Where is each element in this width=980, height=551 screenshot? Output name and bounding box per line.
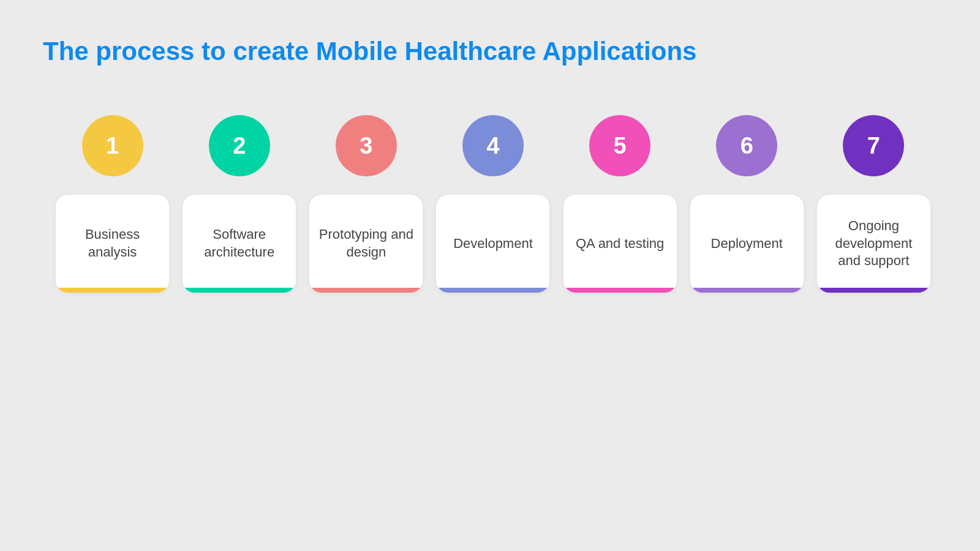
step-label-4: Development: [447, 229, 539, 259]
process-container: 1234567 Business analysisSoftware archit…: [43, 115, 937, 293]
card-wrapper-1: Business analysis: [49, 195, 176, 293]
step-circle-7: 7: [843, 115, 904, 176]
step-card-5: QA and testing: [564, 195, 677, 293]
page: The process to create Mobile Healthcare …: [0, 0, 980, 551]
circle-wrapper-3: 3: [303, 115, 429, 176]
step-label-2: Software architecture: [183, 220, 296, 267]
step-circle-3: 3: [336, 115, 397, 176]
step-card-7: Ongoing development and support: [817, 195, 930, 293]
card-wrapper-2: Software architecture: [176, 195, 303, 293]
circle-wrapper-6: 6: [684, 115, 810, 176]
step-label-3: Prototyping and design: [309, 220, 423, 267]
circle-wrapper-5: 5: [557, 115, 684, 176]
step-bar-4: [436, 288, 549, 293]
step-card-4: Development: [436, 195, 549, 293]
step-card-2: Software architecture: [183, 195, 296, 293]
step-bar-1: [56, 288, 169, 293]
step-circle-5: 5: [589, 115, 650, 176]
step-circle-1: 1: [82, 115, 143, 176]
step-bar-5: [564, 288, 677, 293]
circle-wrapper-2: 2: [176, 115, 303, 176]
card-wrapper-4: Development: [429, 195, 556, 293]
step-circle-6: 6: [716, 115, 777, 176]
cards-row: Business analysisSoftware architecturePr…: [43, 195, 937, 293]
circle-wrapper-7: 7: [810, 115, 937, 176]
step-bar-7: [817, 288, 930, 293]
step-circle-2: 2: [209, 115, 270, 176]
circle-wrapper-1: 1: [49, 115, 176, 176]
card-wrapper-6: Deployment: [684, 195, 810, 293]
page-title: The process to create Mobile Healthcare …: [43, 37, 937, 66]
card-wrapper-5: QA and testing: [557, 195, 684, 293]
step-label-7: Ongoing development and support: [817, 211, 930, 276]
card-wrapper-7: Ongoing development and support: [810, 195, 937, 293]
step-bar-3: [309, 288, 423, 293]
step-card-6: Deployment: [690, 195, 804, 293]
circle-wrapper-4: 4: [429, 115, 556, 176]
step-label-5: QA and testing: [570, 229, 670, 259]
step-card-1: Business analysis: [56, 195, 169, 293]
step-card-3: Prototyping and design: [309, 195, 423, 293]
step-label-1: Business analysis: [56, 220, 169, 267]
step-label-6: Deployment: [705, 229, 789, 259]
card-wrapper-3: Prototyping and design: [303, 195, 429, 293]
step-bar-2: [183, 288, 296, 293]
step-circle-4: 4: [462, 115, 524, 176]
step-bar-6: [690, 288, 804, 293]
circles-row: 1234567: [43, 115, 937, 176]
